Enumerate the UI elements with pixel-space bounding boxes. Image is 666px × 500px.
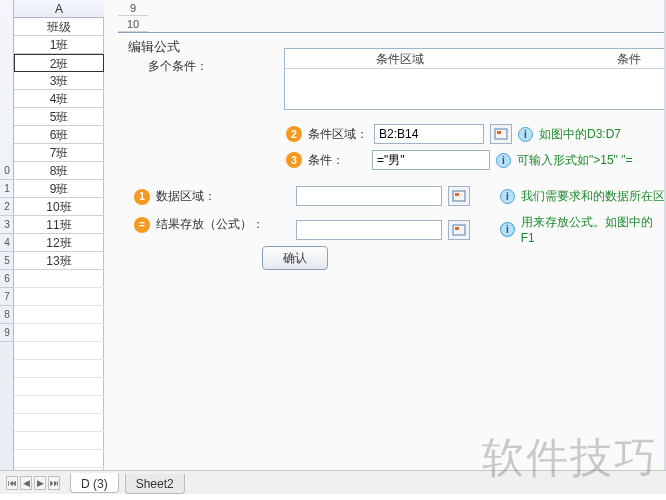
row-number: 9: [0, 324, 14, 342]
result-input[interactable]: [296, 220, 442, 240]
table-row[interactable]: 9班: [14, 180, 104, 198]
condition-table[interactable]: 条件区域 条件 ↖: [284, 48, 666, 110]
step-bullet-2: 2: [286, 126, 302, 142]
confirm-button[interactable]: 确认: [262, 246, 328, 270]
row-number: 7: [0, 288, 14, 306]
row-header-column: 0 1 2 3 4 5 6 7 8 9: [0, 0, 14, 470]
table-row[interactable]: 13班: [14, 252, 104, 270]
formula-panel: 9 10 编辑公式 多个条件： 条件区域 条件 ↖ 2 条件区域： i 如图中的…: [104, 0, 666, 470]
table-row[interactable]: 3班: [14, 72, 104, 90]
left-grid: 0 1 2 3 4 5 6 7 8 9 A 班级 1班 2班 3班 4班 5班 …: [0, 0, 104, 470]
table-row[interactable]: 1班: [14, 36, 104, 54]
row-number: 5: [0, 252, 14, 270]
info-icon[interactable]: i: [496, 153, 511, 168]
range-picker-button[interactable]: [448, 220, 470, 240]
result-label: 结果存放（公式）：: [156, 216, 264, 233]
range-picker-button[interactable]: [448, 186, 470, 206]
svg-rect-3: [455, 193, 459, 196]
table-row[interactable]: 10班: [14, 198, 104, 216]
condition-range-label: 条件区域：: [308, 126, 368, 143]
hint-text: 用来存放公式。如图中的F1: [521, 214, 666, 245]
hint-text: 可输入形式如">15" "=: [517, 152, 632, 169]
condition-range-input[interactable]: [374, 124, 484, 144]
row-number: 1: [0, 180, 14, 198]
range-picker-button[interactable]: [490, 124, 512, 144]
cell-class-header[interactable]: 班级: [14, 18, 104, 36]
nav-prev-icon[interactable]: ◀: [20, 476, 32, 490]
table-row[interactable]: 8班: [14, 162, 104, 180]
row-number: 3: [0, 216, 14, 234]
nav-first-icon[interactable]: ⏮: [6, 476, 18, 490]
hint-text: 我们需要求和的数据所在区: [521, 188, 665, 205]
condition-input[interactable]: [372, 150, 490, 170]
table-row[interactable]: 12班: [14, 234, 104, 252]
th-condition-range: 条件区域: [285, 49, 514, 68]
table-row[interactable]: 2班: [14, 54, 104, 72]
table-row[interactable]: 6班: [14, 126, 104, 144]
step-bullet-3: 3: [286, 152, 302, 168]
nav-last-icon[interactable]: ⏭: [48, 476, 60, 490]
sheet-tab-bar: ⏮ ◀ ▶ ⏭ D (3) Sheet2: [0, 470, 666, 494]
row-number: 10: [118, 16, 148, 32]
sheet-tab[interactable]: D (3): [70, 473, 119, 493]
row-number: 2: [0, 198, 14, 216]
condition-label: 条件：: [308, 152, 366, 169]
svg-rect-5: [455, 227, 459, 230]
sheet-tab[interactable]: Sheet2: [125, 474, 185, 494]
info-icon[interactable]: i: [500, 189, 515, 204]
row-number: 6: [0, 270, 14, 288]
table-row[interactable]: 4班: [14, 90, 104, 108]
hint-text: 如图中的D3:D7: [539, 126, 621, 143]
table-row[interactable]: 7班: [14, 144, 104, 162]
svg-rect-1: [497, 131, 501, 134]
multi-condition-label: 多个条件：: [148, 58, 208, 75]
step-bullet-result: =: [134, 217, 150, 233]
nav-next-icon[interactable]: ▶: [34, 476, 46, 490]
row-number: 9: [118, 0, 148, 16]
step-bullet-1: 1: [134, 189, 150, 205]
table-row[interactable]: 11班: [14, 216, 104, 234]
data-range-input[interactable]: [296, 186, 442, 206]
column-header[interactable]: A: [14, 0, 104, 18]
info-icon[interactable]: i: [500, 222, 515, 237]
row-number: 4: [0, 234, 14, 252]
tab-nav: ⏮ ◀ ▶ ⏭: [6, 476, 66, 490]
column-a: A 班级 1班 2班 3班 4班 5班 6班 7班 8班 9班 10班 11班 …: [14, 0, 104, 470]
table-row[interactable]: 5班: [14, 108, 104, 126]
panel-title: 编辑公式: [128, 38, 180, 56]
fragment-rows: 9 10: [118, 0, 148, 32]
info-icon[interactable]: i: [518, 127, 533, 142]
data-range-label: 数据区域：: [156, 188, 216, 205]
row-number: 0: [0, 162, 14, 180]
th-condition: 条件: [514, 49, 666, 68]
row-number: 8: [0, 306, 14, 324]
